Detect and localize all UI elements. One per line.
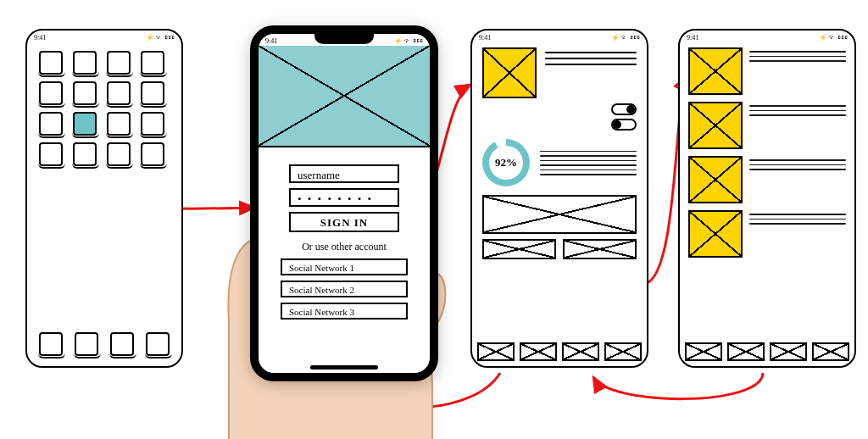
dock-icon[interactable] [39, 332, 63, 356]
app-icon[interactable] [141, 112, 164, 136]
status-time: 9:41 [687, 34, 698, 42]
wireframe-screen-list: 9:41 ⚡ ᯤ ▯▯▯ [678, 29, 856, 368]
home-indicator[interactable] [310, 365, 378, 370]
list-item[interactable] [680, 47, 854, 102]
list-text-block [749, 156, 846, 174]
progress-ring: 92% [482, 139, 530, 186]
app-grid [27, 42, 181, 175]
hero-image-placeholder [259, 46, 430, 147]
header-text-block [545, 47, 637, 98]
body-text-block [540, 147, 637, 179]
header-thumbnail-placeholder [482, 47, 537, 98]
app-icon[interactable] [141, 142, 164, 166]
app-icon[interactable] [107, 51, 131, 75]
phone-notch [314, 32, 374, 44]
social-login-button[interactable]: Social Network 1 [281, 258, 408, 275]
status-bar: 9:41 ⚡ ᯤ ▯▯▯ [472, 31, 647, 42]
list-text-block [749, 47, 846, 65]
password-input[interactable]: • • • • • • • • [289, 188, 399, 207]
list-item[interactable] [680, 210, 854, 264]
wireframe-screen-signin: 9:41 ⚡ ᯤ ▯▯▯ username • • • • • • • • SI… [250, 25, 438, 381]
wireframe-screen-detail: 9:41 ⚡ ᯤ ▯▯▯ 92% [470, 29, 648, 368]
bottom-nav [685, 342, 849, 361]
username-input[interactable]: username [289, 164, 399, 183]
app-icon[interactable] [39, 142, 63, 166]
list-thumbnail-placeholder [688, 210, 743, 258]
social-login-button[interactable]: Social Network 2 [281, 281, 408, 297]
alt-signin-label: Or use other account [259, 241, 430, 253]
list-thumbnail-placeholder [688, 156, 743, 203]
list-thumbnail-placeholder [688, 102, 743, 149]
app-icon[interactable] [141, 81, 164, 105]
status-bar: 9:41 ⚡ ᯤ ▯▯▯ [27, 31, 181, 42]
content-half-placeholder [482, 239, 556, 259]
dock-icon[interactable] [110, 332, 134, 356]
bottom-nav [477, 342, 642, 361]
setting-toggle[interactable] [611, 119, 637, 131]
progress-value: 92% [495, 156, 517, 169]
status-indicators: ⚡ ᯤ ▯▯▯ [146, 34, 175, 42]
status-bar: 9:41 ⚡ ᯤ ▯▯▯ [680, 31, 854, 42]
status-time: 9:41 [265, 37, 277, 46]
dock-icon[interactable] [146, 332, 170, 356]
nav-item[interactable] [477, 342, 515, 361]
app-icon[interactable] [73, 142, 97, 166]
nav-item[interactable] [520, 342, 557, 361]
nav-item[interactable] [685, 342, 722, 361]
social-login-button[interactable]: Social Network 3 [281, 303, 408, 320]
app-icon-selected[interactable] [73, 112, 97, 136]
dock-icon[interactable] [75, 332, 98, 356]
nav-item[interactable] [770, 342, 807, 361]
nav-item[interactable] [727, 342, 765, 361]
app-icon[interactable] [107, 142, 131, 166]
app-icon[interactable] [39, 51, 63, 75]
list-item[interactable] [680, 156, 854, 210]
wireframe-screen-home: 9:41 ⚡ ᯤ ▯▯▯ [25, 29, 183, 368]
nav-item[interactable] [812, 342, 849, 361]
status-indicators: ⚡ ᯤ ▯▯▯ [819, 34, 848, 42]
setting-toggle[interactable] [611, 103, 637, 115]
list-text-block [749, 102, 846, 119]
dock [27, 332, 181, 356]
app-icon[interactable] [39, 81, 63, 105]
app-icon[interactable] [141, 51, 164, 75]
app-icon[interactable] [107, 112, 131, 136]
list-text-block [749, 210, 846, 228]
list-item[interactable] [680, 102, 854, 156]
app-icon[interactable] [39, 112, 63, 136]
status-time: 9:41 [479, 34, 491, 42]
app-icon[interactable] [107, 81, 131, 105]
list-thumbnail-placeholder [688, 47, 743, 95]
status-indicators: ⚡ ᯤ ▯▯▯ [394, 37, 423, 46]
nav-item[interactable] [562, 342, 599, 361]
content-block-placeholder [482, 195, 637, 234]
sign-in-button[interactable]: SIGN IN [289, 212, 399, 232]
status-indicators: ⚡ ᯤ ▯▯▯ [611, 34, 640, 42]
content-half-placeholder [563, 239, 637, 259]
app-icon[interactable] [73, 51, 97, 75]
nav-item[interactable] [604, 342, 642, 361]
app-icon[interactable] [73, 81, 97, 105]
status-time: 9:41 [34, 34, 46, 42]
